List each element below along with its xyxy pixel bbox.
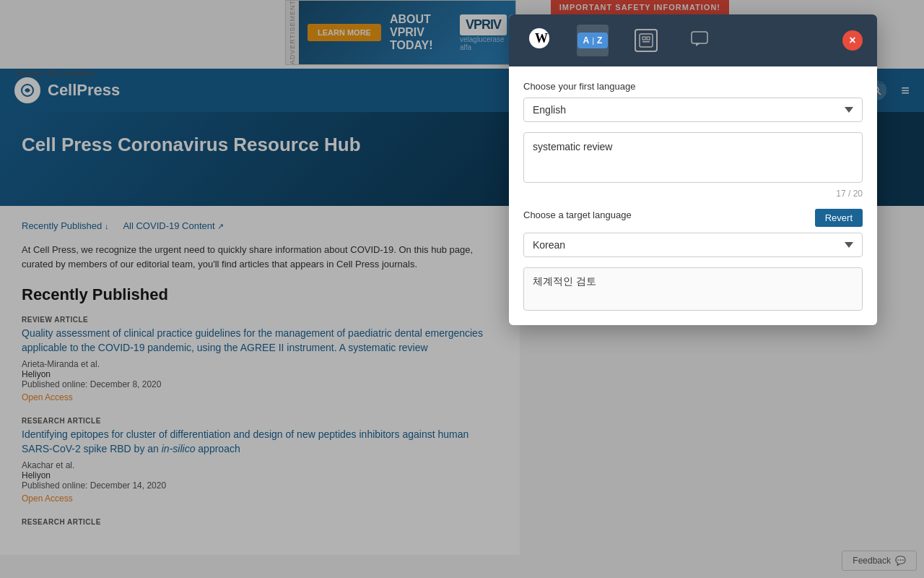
- svg-rect-6: [642, 37, 645, 40]
- chat-tab[interactable]: [684, 25, 715, 56]
- translate-modal: W A | Z: [509, 14, 877, 325]
- ocr-tab[interactable]: [630, 25, 662, 56]
- target-section: Choose a target language Revert Korean E…: [523, 209, 863, 311]
- svg-rect-9: [692, 32, 707, 43]
- char-counter: 17 / 20: [523, 189, 863, 199]
- ocr-icon: [635, 29, 658, 52]
- translate-icon: A | Z: [578, 33, 609, 48]
- svg-text:W: W: [535, 31, 548, 46]
- first-language-select[interactable]: English Korean Spanish French German: [523, 98, 863, 122]
- translated-text-output: 체계적인 검토: [523, 267, 863, 311]
- wikipedia-icon: W: [528, 27, 551, 54]
- modal-close-button[interactable]: ×: [842, 30, 863, 51]
- modal-body: Choose your first language English Korea…: [509, 66, 877, 325]
- target-language-select[interactable]: Korean English Spanish French German: [523, 233, 863, 257]
- first-language-label: Choose your first language: [523, 81, 863, 92]
- svg-rect-8: [642, 41, 650, 43]
- source-text-input[interactable]: [523, 132, 863, 183]
- translate-tab[interactable]: A | Z: [577, 25, 609, 56]
- wikipedia-tab[interactable]: W: [523, 25, 555, 56]
- chat-icon: [690, 30, 709, 51]
- translate-separator: |: [592, 37, 594, 45]
- translate-z: Z: [597, 35, 602, 46]
- target-header: Choose a target language Revert: [523, 209, 863, 227]
- svg-rect-5: [640, 34, 653, 47]
- translate-a: A: [583, 35, 590, 46]
- modal-header: W A | Z: [509, 14, 877, 66]
- svg-rect-7: [647, 37, 650, 40]
- modal-icon-group: W A | Z: [523, 25, 715, 56]
- target-language-label: Choose a target language: [523, 210, 632, 220]
- revert-button[interactable]: Revert: [815, 209, 863, 227]
